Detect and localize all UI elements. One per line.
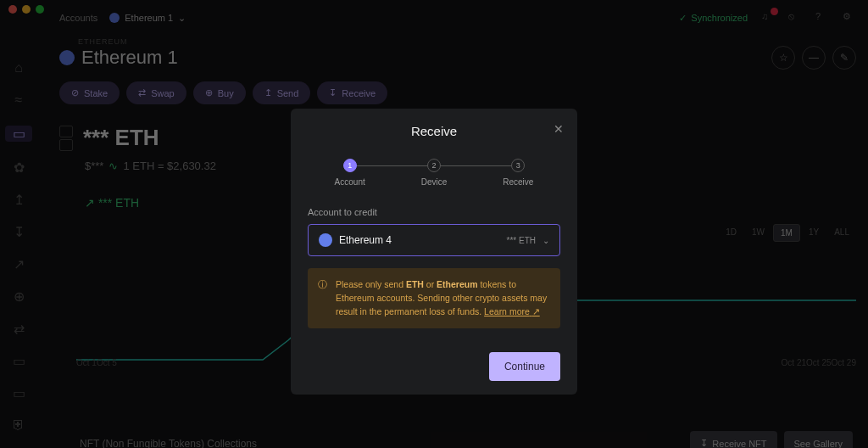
step-device: 2 Device	[392, 159, 476, 187]
receive-modal: Receive ✕ 1 Account 2 Device 3 Receive A…	[291, 109, 577, 395]
warning-banner: ⓘ Please only send ETH or Ethereum token…	[308, 268, 560, 328]
field-label: Account to credit	[308, 207, 560, 217]
select-account-name: Ethereum 4	[339, 234, 392, 246]
stepper: 1 Account 2 Device 3 Receive	[308, 159, 560, 187]
learn-more-link[interactable]: Learn more ↗	[484, 306, 540, 316]
close-icon[interactable]: ✕	[554, 122, 564, 136]
select-account-balance: *** ETH	[507, 236, 536, 245]
chevron-down-icon: ⌄	[542, 236, 549, 245]
step-receive: 3 Receive	[476, 159, 560, 187]
continue-button[interactable]: Continue	[489, 352, 560, 381]
account-select[interactable]: Ethereum 4 *** ETH ⌄	[308, 224, 560, 256]
step-account: 1 Account	[308, 159, 392, 187]
info-icon: ⓘ	[318, 278, 327, 318]
modal-title: Receive	[291, 124, 577, 138]
ethereum-icon	[319, 233, 332, 247]
external-link-icon: ↗	[532, 306, 540, 316]
modal-overlay[interactable]: Receive ✕ 1 Account 2 Device 3 Receive A…	[0, 0, 868, 448]
